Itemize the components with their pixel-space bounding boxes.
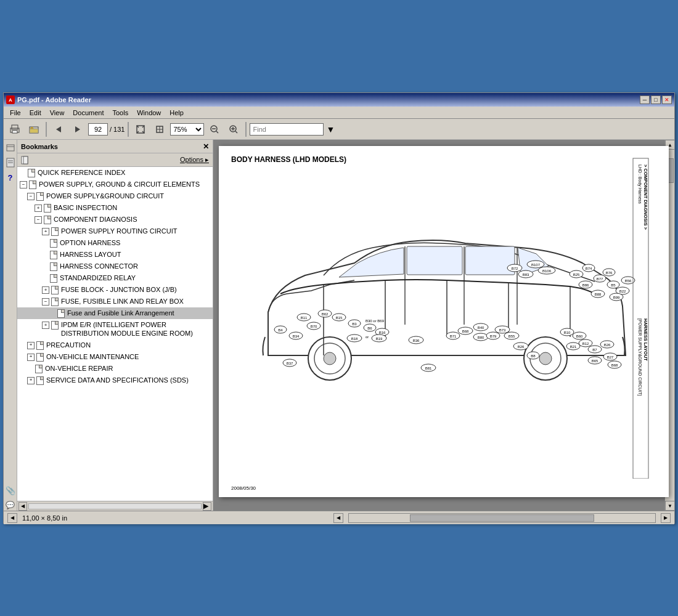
zoom-out-button[interactable] [206,121,223,137]
bookmark-on-vehicle-repair[interactable]: ON-VEHICLE REPAIR [17,363,213,375]
bookmark-standardized-relay[interactable]: STANDARDIZED RELAY [17,272,213,284]
horizontal-scrollbar[interactable] [348,513,656,523]
bookmark-power-routing[interactable]: + POWER SUPPLY ROUTING CIRCUIT [17,225,213,237]
svg-text:B83: B83 [523,273,529,277]
doc-icon [51,321,59,330]
app-icon: A [6,95,15,104]
bookmarks-close-button[interactable]: ✕ [203,142,209,151]
svg-text:B15: B15 [336,316,343,320]
bookmark-label: STANDARDIZED RELAY [60,274,213,282]
menu-tools[interactable]: Tools [109,108,133,118]
back-button[interactable] [50,121,67,137]
bookmark-fuse-fusible[interactable]: − FUSE, FUSIBLE LINK AND RELAY BOX [17,296,213,307]
zoom-select[interactable]: 75% 100% 125% 150% 50% [170,123,204,136]
bookmarks-list[interactable]: QUICK REFERENCE INDEX − POWER SUPPLY, GR… [17,167,213,501]
expand-button[interactable]: − [20,181,27,188]
bookmark-basic-inspection[interactable]: + BASIC INSPECTION [17,202,213,214]
menu-view[interactable]: View [46,108,68,118]
doc-icon [49,239,58,248]
svg-text:B26: B26 [518,345,525,349]
expand-button[interactable]: + [27,342,35,349]
adobe-reader-window: A PG.pdf - Adobe Reader ─ □ ✕ File Edit … [3,92,675,524]
svg-text:B4: B4 [278,328,283,332]
bookmark-fuse-arrangement-selected[interactable]: Fuse and Fusible Link Arrangement [17,307,213,319]
doc-icon [49,251,58,259]
menu-edit[interactable]: Edit [26,108,45,118]
expand-button[interactable]: + [42,228,49,235]
scroll-right-button[interactable]: ▶ [661,513,671,523]
title-bar-controls[interactable]: ─ □ ✕ [640,95,672,104]
svg-text:B6: B6 [367,326,372,330]
expand-button[interactable]: + [42,286,49,294]
svg-text:B10: B10 [564,331,571,334]
page-number-input[interactable] [88,123,108,136]
expand-button[interactable]: + [27,354,35,361]
bookmark-label: ON-VEHICLE MAINTENANCE [46,352,213,361]
close-button[interactable]: ✕ [662,95,672,104]
side-toolbar: ? 📎 💬 [4,140,17,511]
expand-button[interactable]: − [42,298,49,306]
svg-text:B56: B56 [625,279,632,283]
doc-icon [28,180,37,189]
svg-rect-28 [23,156,28,164]
forward-button[interactable] [69,121,86,137]
svg-text:B40: B40 [478,326,484,330]
print-button[interactable] [6,121,23,137]
bookmark-harness-connector[interactable]: HARNESS CONNECTOR [17,261,213,272]
status-bar: ◀ 11,00 × 8,50 in ◀ ▶ [4,511,674,524]
expand-button[interactable]: − [27,193,35,200]
expand-button[interactable]: + [27,377,35,384]
scroll-left-icon[interactable]: ◀ [18,502,27,511]
bookmark-label: IPDM E/R (INTELLIGENT POWER DISTRIBUTION… [61,320,213,338]
bookmark-service-data[interactable]: + SERVICE DATA AND SPECIFICATIONS (SDS) [17,375,213,386]
scroll-arrow-left2[interactable]: ◀ [333,513,343,523]
expand-button[interactable]: − [35,216,42,224]
bookmarks-options-button[interactable]: Options ▸ [180,156,209,164]
doc-icon [51,286,59,294]
open-button[interactable] [25,121,43,137]
bookmark-option-harness[interactable]: OPTION HARNESS [17,237,213,249]
menu-file[interactable]: File [6,108,25,118]
attach-icon[interactable]: 📎 [5,485,16,496]
menu-document[interactable]: Document [69,108,107,118]
svg-marker-5 [56,126,61,132]
menu-help[interactable]: Help [166,108,187,118]
bookmark-on-vehicle-maintenance[interactable]: + ON-VEHICLE MAINTENANCE [17,351,213,363]
fit-page-button[interactable] [132,121,149,137]
hand-tool-icon[interactable] [5,142,16,153]
comment-icon[interactable]: 💬 [5,500,16,511]
restore-button[interactable]: □ [651,95,661,104]
toolbar-separator-3 [245,122,247,137]
bookmarks-icon[interactable] [5,157,16,168]
scroll-right-icon[interactable]: ▶ [203,502,211,511]
bookmarks-header: Bookmarks ✕ [17,140,213,153]
zoom-in-button[interactable] [225,121,242,137]
bookmarks-panel: Bookmarks ✕ Options ▸ QUICK REFERENCE IN… [17,140,213,511]
svg-rect-0 [12,125,18,129]
svg-text:B36: B36 [413,339,420,342]
bookmark-ipdm[interactable]: + IPDM E/R (INTELLIGENT POWER DISTRIBUTI… [17,319,213,339]
find-input[interactable] [250,123,324,136]
expand-button[interactable]: + [35,205,42,212]
svg-text:B62: B62 [322,312,329,316]
bookmark-power-supply[interactable]: − POWER SUPPLY, GROUND & CIRCUIT ELEMENT… [17,179,213,190]
svg-text:B68: B68 [462,330,469,333]
bookmark-precaution[interactable]: + PRECAUTION [17,339,213,351]
actual-size-button[interactable] [151,121,168,137]
scroll-left-button[interactable]: ◀ [7,513,17,523]
bookmark-power-ground[interactable]: − POWER SUPPLY&GROUND CIRCUIT [17,190,213,202]
bookmark-component-diagnosis[interactable]: − COMPONENT DIAGNOSIS [17,214,213,225]
svg-text:B86: B86 [582,283,589,287]
bookmark-quick-reference[interactable]: QUICK REFERENCE INDEX [17,167,213,179]
minimize-button[interactable]: ─ [640,95,650,104]
bookmark-fuse-block[interactable]: + FUSE BLOCK - JUNCTION BOX (J/B) [17,284,213,296]
hscroll-thumb[interactable] [410,514,594,522]
help-icon[interactable]: ? [5,172,16,183]
svg-text:B106: B106 [542,269,552,273]
menu-window[interactable]: Window [133,108,165,118]
find-dropdown-button[interactable]: ▼ [325,121,335,137]
page-total: / 131 [110,126,125,133]
scroll-down-arrow[interactable]: ▼ [665,501,674,511]
expand-button[interactable]: + [42,322,49,329]
bookmark-harness-layout[interactable]: HARNESS LAYOUT [17,249,213,261]
